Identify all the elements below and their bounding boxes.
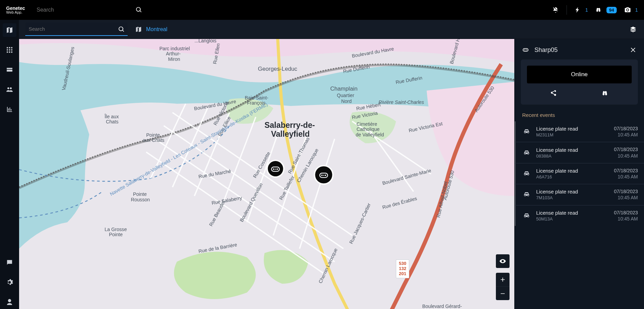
route-shields: 530 132 201 — [396, 259, 410, 278]
car-icon — [522, 211, 531, 220]
svg-text:Boulevard Gérard-: Boulevard Gérard- — [422, 304, 462, 309]
car-icon — [522, 190, 531, 199]
svg-text:Île aux: Île aux — [104, 114, 119, 119]
svg-text:Rousson: Rousson — [131, 197, 150, 202]
brand-logo: Genetec Web App. — [6, 6, 25, 14]
map-controls — [496, 254, 510, 300]
svg-text:Parc industriel: Parc industriel — [159, 46, 190, 51]
binocular-icon — [594, 5, 604, 15]
event-row[interactable]: License plate read 08388A 07/18/202310:4… — [515, 142, 644, 163]
zoom-out-button[interactable] — [496, 286, 510, 300]
notifications-muted-icon[interactable] — [551, 5, 560, 15]
rail-dashboard[interactable] — [3, 43, 16, 57]
breadcrumb[interactable]: Montreal — [134, 25, 167, 34]
svg-text:...Langlois: ...Langlois — [195, 39, 216, 43]
svg-text:Quartier: Quartier — [337, 93, 354, 98]
svg-text:Salaberry-de-: Salaberry-de- — [264, 121, 315, 130]
map-marker-2[interactable] — [314, 166, 333, 184]
detail-title: Sharp05 — [534, 46, 558, 54]
event-title: License plate read — [536, 126, 609, 132]
event-plate: M2311M — [536, 132, 609, 137]
event-row[interactable]: License plate read A6A716 07/18/202310:4… — [515, 163, 644, 184]
breadcrumb-label: Montreal — [146, 26, 167, 32]
car-icon — [522, 127, 531, 136]
share-button[interactable] — [548, 88, 558, 98]
event-row[interactable]: License plate read M2311M 07/18/202310:4… — [515, 121, 644, 142]
status-card: Online — [521, 59, 638, 105]
rail-settings[interactable] — [3, 276, 16, 289]
svg-text:Champlain: Champlain — [330, 85, 358, 92]
map-search-input[interactable] — [25, 23, 128, 36]
events-list: License plate read M2311M 07/18/202310:4… — [515, 121, 644, 309]
recent-events-title: Recent events — [515, 111, 644, 121]
map-visibility-button[interactable] — [496, 254, 510, 268]
bolt-count: 1 — [585, 7, 588, 13]
camera-count-badge: 94 — [606, 7, 617, 13]
svg-text:Arthur-: Arthur- — [166, 51, 181, 56]
global-search-input[interactable] — [34, 3, 144, 16]
svg-text:Pointe: Pointe — [146, 132, 160, 138]
rail-map[interactable] — [3, 23, 16, 37]
map-search-button[interactable] — [117, 25, 126, 34]
alarm-metric[interactable]: 1 — [623, 5, 638, 15]
zoom-in-button[interactable] — [496, 273, 510, 286]
global-search-button[interactable] — [134, 5, 144, 15]
top-header: Genetec Web App. 1 94 1 — [0, 0, 644, 20]
svg-text:Baie Saint-: Baie Saint- — [245, 95, 268, 100]
svg-text:Valleyfield: Valleyfield — [271, 130, 310, 138]
bolt-icon — [573, 5, 583, 15]
map-icon — [134, 25, 143, 34]
map-toolbar: Montreal — [19, 20, 644, 39]
event-row[interactable]: License plate read 7M103A 07/18/202310:4… — [515, 184, 644, 205]
svg-text:Pointe: Pointe — [133, 191, 147, 197]
svg-text:Georges-Leduc: Georges-Leduc — [258, 66, 297, 72]
brand-line1: Genetec — [6, 6, 25, 11]
car-icon — [522, 169, 531, 178]
svg-text:Cimetière: Cimetière — [357, 121, 377, 127]
left-rail — [0, 20, 19, 309]
rail-chat[interactable] — [3, 256, 16, 269]
rail-cards[interactable] — [3, 63, 16, 77]
map-search[interactable] — [25, 23, 128, 36]
map-svg: Salaberry-de- Valleyfield Georges-Leduc … — [19, 39, 514, 309]
header-actions: 1 94 1 — [551, 5, 638, 15]
watch-button[interactable] — [600, 88, 611, 98]
rail-account[interactable] — [3, 295, 16, 309]
device-icon — [521, 45, 530, 55]
map-canvas[interactable]: Salaberry-de- Valleyfield Georges-Leduc … — [19, 39, 514, 309]
status-badge: Online — [527, 66, 632, 83]
bolt-metric[interactable]: 1 — [573, 5, 588, 15]
map-marker-1[interactable] — [267, 160, 284, 177]
detail-panel: Sharp05 Online Recent events Lice — [514, 39, 644, 309]
svg-text:Nord: Nord — [341, 98, 352, 104]
camera-metric[interactable]: 94 — [594, 5, 617, 15]
svg-text:La Grosse: La Grosse — [104, 227, 127, 232]
layers-button[interactable] — [628, 25, 638, 34]
svg-text:Rivière Saint-Charles: Rivière Saint-Charles — [378, 99, 424, 105]
car-icon — [522, 148, 531, 158]
rail-reports[interactable] — [3, 103, 16, 116]
global-search[interactable] — [34, 3, 144, 16]
rail-people[interactable] — [3, 83, 16, 96]
svg-text:de Valleyfield: de Valleyfield — [356, 132, 384, 137]
close-panel-button[interactable] — [628, 45, 638, 55]
svg-text:Miron: Miron — [168, 56, 180, 62]
svg-text:Catholique: Catholique — [357, 126, 380, 132]
svg-text:aux Chats: aux Chats — [143, 137, 164, 143]
svg-text:Chats: Chats — [106, 119, 118, 124]
brand-line2: Web App. — [6, 11, 25, 14]
camera-icon — [623, 5, 632, 15]
event-row[interactable]: License plate read 50M13A 07/18/202310:4… — [515, 205, 644, 226]
svg-text:Pointe: Pointe — [109, 232, 123, 237]
alarm-count: 1 — [635, 7, 638, 13]
